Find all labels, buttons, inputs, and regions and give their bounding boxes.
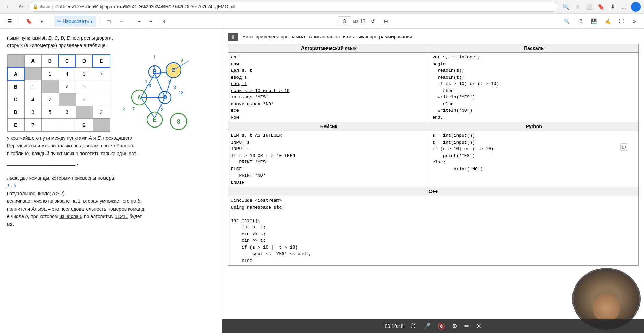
more-button[interactable]: ...: [619, 2, 629, 12]
bookmark-btn[interactable]: 🔖: [23, 16, 35, 27]
mic-button[interactable]: 🎤: [423, 322, 431, 330]
svg-text:3: 3: [149, 83, 151, 88]
question-text: у кратчайшего пути между пунктами A и E,…: [7, 134, 215, 157]
draw-label: Нарисовать: [63, 18, 89, 24]
cell-DA: 3: [24, 106, 41, 118]
cell-BB: [41, 80, 59, 93]
address-bar[interactable]: 🔒 Файл | C:/Users/1/Desktop/Информатика%…: [28, 2, 558, 12]
cell-BE: [93, 80, 110, 93]
draw-button[interactable]: ✏ Нарисовать ▾: [54, 16, 96, 27]
code-row-2: DIM s, t AS INTEGER INPUT s INPUT t IF s…: [228, 131, 639, 187]
s2-line1: льфа две команды, которым присвоены номе…: [7, 174, 215, 182]
svg-text:E: E: [153, 117, 157, 123]
cell-CE: [93, 93, 110, 106]
zoom-in-button[interactable]: +: [146, 16, 156, 27]
col-algo-header: Алгоритмический язык: [228, 44, 429, 53]
refresh-button[interactable]: ↻: [16, 2, 25, 12]
table-header-row: A B C D E: [7, 55, 110, 67]
cell-CC: [59, 93, 76, 106]
s2-answer: 82.: [7, 220, 215, 228]
svg-text:7: 7: [132, 106, 135, 111]
pascal-code-cell: var s, t: integer; begin readln(s); read…: [429, 53, 639, 122]
cpp-code-row: #include <iostream> using namespace std;…: [228, 196, 639, 266]
mic-slash-button[interactable]: 🔇: [438, 322, 445, 330]
tab-button[interactable]: ⬜: [584, 2, 594, 12]
zoom-out-button[interactable]: −: [134, 16, 144, 27]
cell-EC: [59, 119, 76, 131]
or-annotation: or: [620, 143, 628, 151]
cell-AB: 1: [41, 67, 59, 80]
section2: льфа две команды, которым присвоены номе…: [7, 174, 215, 228]
fit-page-button[interactable]: ⊡: [158, 16, 169, 27]
eraser-button[interactable]: ◻: [103, 16, 114, 27]
main-content: ными пунктами A, B, C, D, E построены до…: [0, 29, 644, 333]
intro-line2: оторых (в километрах) приведена в таблиц…: [7, 42, 215, 49]
col-python-header: Python: [429, 122, 639, 131]
distance-table: A B C D E A 1 4 3 7 B: [7, 54, 110, 132]
left-panel: ными пунктами A, B, C, D, E построены до…: [0, 29, 222, 333]
star-button[interactable]: ☆: [573, 2, 582, 12]
close-bottom-button[interactable]: ✕: [476, 322, 481, 330]
save-button[interactable]: 💾: [588, 16, 600, 27]
pdf-settings-button[interactable]: ⚙: [629, 16, 640, 27]
bookmark-button[interactable]: 🔖: [596, 2, 606, 12]
download-button[interactable]: ⬇: [608, 2, 617, 12]
lock-icon: 🔒: [33, 4, 38, 9]
cell-AD: 3: [76, 67, 93, 80]
page-number-input[interactable]: [338, 16, 351, 26]
cell-DE: 2: [93, 106, 110, 118]
dropdown-btn[interactable]: ▾: [37, 16, 47, 27]
table-row-D: D 3 5 3 2: [7, 106, 110, 118]
cpp-header-row: C++: [228, 187, 639, 196]
file-label: Файл: [40, 4, 50, 9]
annotate-button[interactable]: ✍: [602, 16, 614, 27]
right-panel: 6 Ниже приведена программа, записанная н…: [222, 29, 644, 333]
timer-icon-button[interactable]: ⏱: [410, 323, 416, 330]
question-header: 6 Ниже приведена программа, записанная н…: [228, 33, 639, 41]
svg-text:8: 8: [177, 118, 180, 125]
algo-code-cell: алг нач цел s, t ввод s ввод t если s > …: [228, 53, 429, 122]
browser-actions: 🔍 ☆ ⬜ 🔖 ⬇ ... 👤: [561, 2, 641, 12]
zoom-button[interactable]: 🔍: [561, 2, 571, 12]
more-tools-button[interactable]: ···: [116, 16, 127, 27]
answer-input[interactable]: [7, 160, 75, 166]
question-badge: 6: [228, 33, 238, 41]
profile-button[interactable]: 👤: [631, 2, 641, 12]
camera-settings-button[interactable]: ⚙: [452, 322, 458, 330]
question-line2: Передвигаться можно только по дорогам, п…: [7, 142, 215, 149]
algo-esli: если s > 10 или t > 10: [231, 88, 290, 93]
layout-button[interactable]: ⊞: [381, 16, 391, 27]
svg-text:2: 2: [161, 107, 163, 112]
row-header-C: C: [7, 93, 24, 106]
fullscreen-button[interactable]: ⛶: [616, 16, 627, 27]
timer-display: 00:10:48: [385, 323, 404, 329]
sidebar-toggle[interactable]: ☰: [4, 16, 15, 27]
svg-text:D: D: [163, 95, 167, 101]
print-button[interactable]: 🖨: [575, 16, 586, 27]
algo-code: алг нач цел s, t ввод s ввод t если s > …: [231, 54, 426, 121]
bottom-bar: 00:10:48 ⏱ 🎤 🔇 ⚙ ✏ ✕: [222, 319, 644, 333]
col-basic-header: Бейсик: [228, 122, 429, 131]
row-header-B: B: [7, 80, 24, 93]
svg-text:C: C: [171, 67, 176, 73]
rotate-button[interactable]: ↺: [368, 16, 378, 27]
back-button[interactable]: ←: [3, 2, 13, 12]
python-code: s = int(input()) t = int(input()) if (s …: [432, 132, 635, 172]
s2-line4: величивает число на экране на 1, вторая …: [7, 197, 215, 205]
browser-bar: ← ↻ 🔒 Файл | C:/Users/1/Desktop/Информат…: [0, 0, 644, 14]
pencil-tool-button[interactable]: ✏: [464, 322, 469, 330]
search-button[interactable]: 🔍: [561, 16, 573, 27]
algo-vvod-t: ввод t: [231, 81, 247, 86]
s2-line3: натуральное число; b ≥ 2).: [7, 190, 215, 197]
question-line1: у кратчайшего пути между пунктами A и E,…: [7, 134, 215, 142]
cell-BA: 1: [24, 80, 41, 93]
col-header-A: A: [24, 55, 41, 67]
corner-cell: [7, 55, 24, 67]
s2-line6: е числа b, при котором из числа 6 по алг…: [7, 213, 215, 220]
col-header-E: E: [93, 55, 110, 67]
col-header-D: D: [76, 55, 93, 67]
cell-AA: [24, 67, 41, 80]
cell-DD: [76, 106, 93, 118]
row-header-A: A: [7, 67, 24, 80]
svg-text:13: 13: [179, 90, 183, 95]
